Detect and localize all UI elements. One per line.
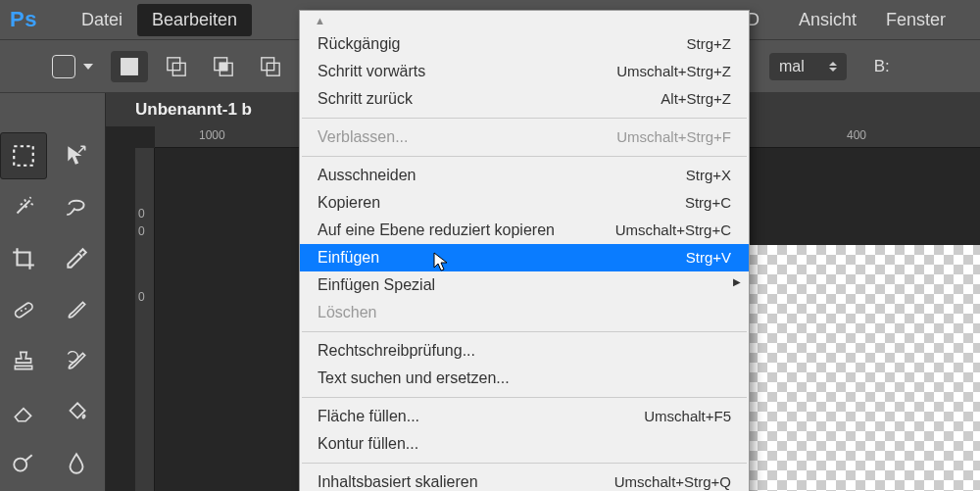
brush-icon	[64, 297, 89, 322]
eyedropper-icon	[64, 246, 89, 271]
ruler-tick: 0	[138, 224, 145, 238]
svg-point-10	[21, 310, 23, 312]
svg-rect-7	[267, 63, 279, 75]
menu-bearbeiten[interactable]: Bearbeiten	[137, 4, 252, 36]
ruler-tick: 400	[847, 128, 866, 142]
wand-icon	[11, 194, 36, 220]
menu-ansicht[interactable]: Ansicht	[784, 4, 871, 36]
svg-rect-9	[14, 302, 33, 319]
history-brush-icon	[64, 348, 89, 373]
ruler-tick: 0	[138, 207, 145, 221]
tool-blur[interactable]	[53, 440, 100, 487]
menu-clear: Löschen	[300, 299, 749, 326]
intersect-icon	[213, 56, 234, 77]
tool-eyedropper[interactable]	[53, 235, 100, 282]
ps-logo: Ps	[10, 7, 37, 32]
menu-copy-merged[interactable]: Auf eine Ebene reduziert kopierenUmschal…	[300, 217, 749, 244]
menu-scroll-up-icon: ▲	[300, 11, 749, 30]
b-label: B:	[874, 57, 890, 76]
menu-separator	[302, 156, 747, 157]
move-icon	[64, 143, 89, 169]
svg-rect-8	[14, 146, 33, 166]
blendmode-value: mal	[779, 58, 805, 75]
menu-separator	[302, 397, 747, 398]
subtract-icon	[166, 56, 187, 77]
tool-bucket[interactable]	[53, 388, 100, 435]
shape-fill-toggle[interactable]	[111, 51, 148, 82]
svg-rect-0	[122, 58, 138, 74]
svg-rect-1	[168, 57, 180, 70]
menu-content-aware-scale[interactable]: Inhaltsbasiert skalierenUmschalt+Strg+Q	[300, 468, 749, 491]
menu-separator	[302, 463, 747, 464]
menu-step-forward[interactable]: Schritt vorwärtsUmschalt+Strg+Z	[300, 58, 749, 85]
dodge-icon	[11, 451, 36, 476]
menu-paste-special[interactable]: Einfügen Spezial	[300, 271, 749, 299]
exclude-icon	[260, 56, 281, 77]
svg-point-12	[14, 458, 26, 470]
boolean-intersect[interactable]	[205, 51, 242, 82]
tool-crop[interactable]	[0, 235, 47, 282]
menu-spellcheck[interactable]: Rechtschreibprüfung...	[300, 337, 749, 365]
menu-cut[interactable]: AusschneidenStrg+X	[300, 162, 749, 189]
svg-rect-6	[262, 57, 274, 70]
updown-icon	[829, 62, 837, 72]
tool-dodge[interactable]	[0, 440, 47, 487]
tool-marquee[interactable]	[0, 132, 47, 179]
crop-icon	[11, 246, 36, 271]
menu-copy[interactable]: KopierenStrg+C	[300, 189, 749, 217]
svg-point-11	[24, 308, 26, 310]
menu-find-replace[interactable]: Text suchen und ersetzen...	[300, 365, 749, 392]
tool-heal[interactable]	[0, 286, 47, 333]
document-tab[interactable]: Unbenannt-1 b	[135, 100, 252, 120]
tool-move[interactable]	[53, 132, 100, 179]
toolbox	[0, 93, 106, 491]
lasso-icon	[64, 194, 89, 220]
chevron-down-icon	[83, 64, 93, 70]
bandage-icon	[11, 297, 36, 322]
eraser-icon	[11, 399, 36, 424]
menu-fade: Verblassen...Umschalt+Strg+F	[300, 123, 749, 151]
ruler-vertical: 0 0 0	[135, 148, 155, 491]
marquee-icon	[11, 143, 36, 169]
rounded-rect-icon	[52, 55, 75, 78]
svg-rect-2	[172, 63, 185, 75]
menu-fenster[interactable]: Fenster	[871, 4, 960, 36]
svg-rect-5	[220, 63, 226, 70]
tool-brush[interactable]	[53, 286, 100, 333]
boolean-exclude[interactable]	[252, 51, 289, 82]
menu-datei[interactable]: Datei	[67, 4, 137, 36]
menu-paste[interactable]: EinfügenStrg+V	[300, 244, 749, 271]
tool-history-brush[interactable]	[53, 337, 100, 384]
menu-separator	[302, 118, 747, 119]
boolean-subtract[interactable]	[158, 51, 195, 82]
filled-square-icon	[119, 56, 140, 77]
tool-lasso[interactable]	[53, 183, 100, 230]
ruler-tick: 0	[138, 290, 145, 304]
blendmode-dropdown[interactable]: mal	[769, 53, 847, 80]
shape-preset-picker[interactable]	[44, 50, 101, 83]
blur-icon	[64, 451, 89, 476]
tool-wand[interactable]	[0, 183, 47, 230]
tool-stamp[interactable]	[0, 337, 47, 384]
ruler-tick: 1000	[199, 128, 225, 142]
menu-step-back[interactable]: Schritt zurückAlt+Strg+Z	[300, 85, 749, 113]
menu-fill[interactable]: Fläche füllen...Umschalt+F5	[300, 403, 749, 430]
tool-eraser[interactable]	[0, 388, 47, 435]
stamp-icon	[11, 348, 36, 373]
menu-stroke[interactable]: Kontur füllen...	[300, 430, 749, 458]
menu-undo[interactable]: RückgängigStrg+Z	[300, 30, 749, 58]
edit-menu-dropdown: ▲ RückgängigStrg+Z Schritt vorwärtsUmsch…	[299, 10, 750, 491]
menu-separator	[302, 331, 747, 332]
bucket-icon	[64, 399, 89, 424]
